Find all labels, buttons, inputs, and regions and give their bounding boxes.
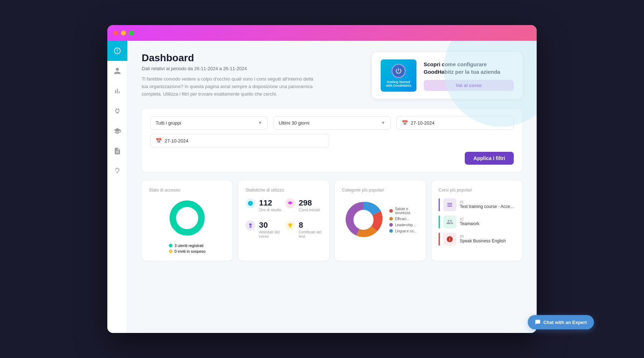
chat-with-expert-button[interactable]: Chat with an Expert — [528, 315, 537, 329]
sidebar-item-analytics[interactable] — [107, 81, 127, 101]
course-rank-3: #3 — [460, 234, 467, 238]
clock-icon — [248, 200, 253, 206]
chevron-down-icon-2: ▼ — [381, 120, 385, 125]
usage-card-title: Statistiche di utilizzo — [245, 188, 322, 193]
power-svg — [395, 67, 402, 74]
lightbulb-icon — [113, 167, 121, 175]
legend-item-registered: 3 utenti registrati — [169, 243, 206, 248]
sidebar-item-profile[interactable] — [107, 61, 127, 81]
period-filter-label: Ultimi 30 giorni — [279, 120, 309, 126]
stat-test-cert: 8 Certificati del test — [285, 221, 322, 238]
graduation-cap-icon — [113, 127, 121, 135]
cat-dot-leadership — [389, 223, 393, 227]
test-cert-value: 8 — [299, 221, 322, 230]
stat-hours: 112 Ore di studio — [245, 198, 282, 212]
date-from-filter[interactable]: 📅 27-10-2024 — [150, 134, 329, 147]
course-rank-1: #1 — [460, 200, 467, 204]
legend-item-pending: 0 inviti in sospeso — [169, 249, 206, 253]
course-icon — [287, 200, 293, 206]
traffic-light-yellow[interactable] — [121, 30, 126, 35]
course-title-3: Speak Business English — [460, 238, 506, 244]
course-bar-2 — [439, 216, 440, 228]
bar-chart-icon — [113, 87, 121, 95]
document-icon — [113, 147, 121, 155]
course-title-1: Test training course - Acce... — [460, 204, 514, 210]
promo-title: Scopri come configurare GoodHabitz per l… — [424, 61, 514, 76]
courses-card: Corsi più popolari #1 Test training cour… — [431, 180, 522, 261]
chat-bubble-icon — [535, 319, 537, 325]
group-filter-label: Tutti i gruppi — [156, 120, 181, 126]
period-filter-select[interactable]: Ultimi 30 giorni ▼ — [273, 116, 391, 130]
course-thumb-icon-1 — [446, 201, 453, 208]
access-state-card: Stato di accesso 3 utenti registrati — [142, 180, 233, 261]
cert-value: 30 — [259, 221, 282, 230]
certificate-icon — [248, 223, 253, 228]
filters-section: Tutti i gruppi ▼ Ultimi 30 giorni ▼ 📅 27… — [142, 109, 522, 172]
course-thumb-1 — [443, 198, 456, 211]
legend-dot-registered — [169, 244, 172, 247]
traffic-light-red[interactable] — [113, 30, 118, 35]
certificate-icon-container — [245, 221, 255, 231]
svg-point-3 — [353, 210, 374, 230]
cat-text-leadership: Leadership... — [395, 223, 416, 227]
cat-label-salute: Salute e sicurezza — [389, 207, 419, 215]
categories-title: Categorie più popolari — [342, 188, 419, 193]
cat-label-efficaci: Efficaci... — [389, 217, 419, 221]
date-range-label: Dati relativi al periodo da 26-11-2024 a… — [142, 66, 313, 71]
pie-labels: Salute e sicurezza Efficaci... Leadershi… — [389, 207, 419, 233]
course-thumb-2 — [443, 216, 456, 228]
course-bar-1 — [439, 198, 440, 211]
home-icon — [113, 47, 121, 55]
sidebar-item-settings[interactable] — [107, 161, 127, 181]
calendar-icon-2: 📅 — [156, 138, 162, 144]
sidebar — [107, 41, 127, 333]
promo-image: Getting Started with GoodHabitz — [381, 59, 416, 92]
trophy-icon — [287, 223, 293, 228]
cat-dot-efficaci — [389, 217, 393, 221]
filters-actions: Applica i filtri — [150, 152, 514, 165]
course-icon-container — [285, 198, 295, 208]
stat-certificates: 30 Attestati del corso — [245, 221, 282, 238]
header-description: Ti farebbe comodo vedere a colpo d'occhi… — [142, 76, 313, 98]
group-filter-select[interactable]: Tutti i gruppi ▼ — [150, 116, 268, 130]
hours-label: Ore di studio — [259, 208, 281, 212]
date-to-filter[interactable]: 📅 27-10-2024 — [396, 116, 514, 130]
svg-point-1 — [173, 204, 201, 232]
legend-label-registered: 3 utenti registrati — [175, 243, 204, 248]
course-item-1: #1 Test training course - Acce... — [439, 198, 515, 211]
header-text: Dashboard Dati relativi al periodo da 26… — [142, 52, 313, 98]
browser-titlebar — [107, 25, 537, 41]
legend-label-pending: 0 inviti in sospeso — [175, 249, 206, 253]
pie-container: Salute e sicurezza Efficaci... Leadershi… — [342, 198, 419, 241]
courses-label: Corsi iniziati — [299, 208, 320, 212]
promo-image-label2: with GoodHabitz — [386, 84, 411, 87]
access-card-title: Stato di accesso — [149, 188, 225, 193]
cat-text-salute: Salute e sicurezza — [395, 207, 419, 215]
course-item-2: #2 Teamwork — [439, 216, 515, 228]
traffic-light-green[interactable] — [129, 30, 134, 35]
course-thumb-icon-2 — [446, 218, 453, 226]
svg-point-2 — [249, 223, 252, 226]
trophy-icon-container — [285, 221, 295, 231]
course-bar-3 — [439, 233, 440, 246]
pie-chart — [342, 198, 385, 241]
date-from-value: 27-10-2024 — [165, 138, 189, 144]
sidebar-item-reports[interactable] — [107, 141, 127, 161]
promo-button[interactable]: Vai al corso — [424, 80, 514, 91]
person-icon — [113, 67, 121, 75]
sidebar-item-courses[interactable] — [107, 121, 127, 141]
stat-courses: 298 Corsi iniziati — [285, 198, 322, 212]
legend-dot-pending — [169, 250, 172, 253]
cat-label-leadership: Leadership... — [389, 223, 419, 227]
filters-row-2: 📅 27-10-2024 — [150, 134, 514, 147]
apply-filters-button[interactable]: Applica i filtri — [465, 152, 514, 165]
cat-text-efficaci: Efficaci... — [395, 217, 409, 221]
usage-grid: 112 Ore di studio — [245, 198, 322, 244]
sidebar-item-home[interactable] — [107, 41, 127, 61]
clock-icon-container — [245, 198, 255, 208]
header-section: Dashboard Dati relativi al periodo da 26… — [142, 52, 522, 99]
sidebar-item-integration[interactable] — [107, 101, 127, 121]
donut-chart — [167, 198, 207, 238]
power-icon — [391, 64, 406, 78]
date-to-value: 27-10-2024 — [411, 120, 435, 126]
